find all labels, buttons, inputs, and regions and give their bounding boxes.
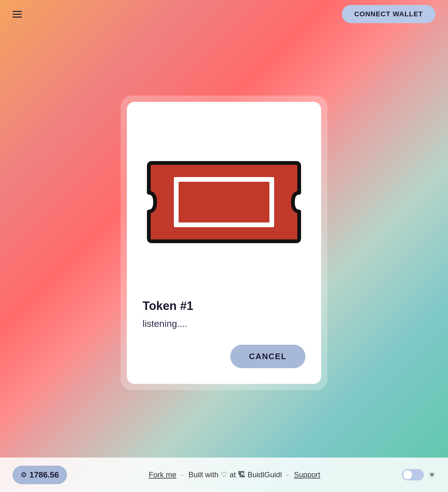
- card-outer: Token #1 listening.... CANCEL: [121, 96, 327, 390]
- sun-icon: ☀: [428, 470, 435, 480]
- card-info: Token #1 listening.... CANCEL: [143, 296, 305, 368]
- ticket-image-area: [143, 118, 305, 296]
- main-content: Token #1 listening.... CANCEL: [0, 28, 448, 458]
- footer: ⊙ 1786.56 Fork me · Built with ♡ at 🏗 Bu…: [0, 458, 448, 492]
- gas-icon: ⊙: [21, 471, 26, 479]
- gas-price-value: 1786.56: [29, 470, 59, 480]
- fork-me-link[interactable]: Fork me: [149, 470, 176, 479]
- dark-mode-toggle[interactable]: [402, 469, 424, 480]
- card-inner: Token #1 listening.... CANCEL: [127, 102, 321, 384]
- connect-wallet-button[interactable]: CONNECT WALLET: [342, 5, 435, 23]
- dot-separator-1: ·: [181, 470, 184, 479]
- ticket-icon: [143, 157, 305, 248]
- card-actions: CANCEL: [143, 345, 305, 368]
- footer-links: Fork me · Built with ♡ at 🏗 BuidlGuidl ·…: [149, 470, 320, 479]
- built-with-text: Built with ♡ at 🏗 BuidlGuidl: [188, 470, 282, 479]
- menu-button[interactable]: [13, 11, 22, 18]
- header: CONNECT WALLET: [0, 0, 448, 28]
- gas-price-badge: ⊙ 1786.56: [13, 466, 67, 484]
- token-title: Token #1: [143, 299, 305, 313]
- toggle-knob: [403, 470, 412, 479]
- support-link[interactable]: Support: [294, 470, 320, 479]
- cancel-button[interactable]: CANCEL: [230, 345, 305, 368]
- svg-rect-1: [179, 182, 269, 222]
- theme-toggle: ☀: [402, 469, 435, 480]
- dot-separator-2: ·: [287, 470, 289, 479]
- token-status: listening....: [143, 318, 305, 329]
